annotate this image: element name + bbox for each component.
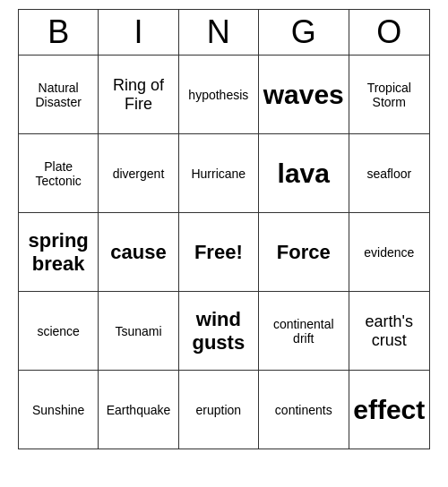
bingo-cell: Earthquake <box>99 371 178 449</box>
bingo-cell: divergent <box>99 134 178 213</box>
table-row: Natural DisasterRing of Firehypothesiswa… <box>19 56 430 134</box>
bingo-grid: BINGO Natural DisasterRing of Firehypoth… <box>18 9 430 449</box>
bingo-cell: Tsunami <box>99 292 178 371</box>
bingo-cell: Hurricane <box>178 134 258 213</box>
table-row: spring breakcauseFree!Forceevidence <box>19 213 430 292</box>
header-letter: B <box>19 10 99 56</box>
header-letter: G <box>258 10 349 56</box>
bingo-cell: science <box>19 292 99 371</box>
bingo-cell: Natural Disaster <box>19 56 99 134</box>
bingo-cell: Free! <box>178 213 258 292</box>
bingo-cell: Plate Tectonic <box>19 134 99 213</box>
bingo-cell: cause <box>99 213 178 292</box>
bingo-cell: spring break <box>19 213 99 292</box>
bingo-cell: Tropical Storm <box>349 56 429 134</box>
bingo-cell: Sunshine <box>19 371 99 449</box>
bingo-cell: wind gusts <box>178 292 258 371</box>
header-letter: I <box>99 10 178 56</box>
bingo-cell: waves <box>258 56 349 134</box>
bingo-cell: continental drift <box>258 292 349 371</box>
table-row: scienceTsunamiwind gustscontinental drif… <box>19 292 430 371</box>
bingo-cell: evidence <box>349 213 429 292</box>
bingo-cell: Ring of Fire <box>99 56 178 134</box>
bingo-cell: seafloor <box>349 134 429 213</box>
bingo-cell: eruption <box>178 371 258 449</box>
bingo-cell: Force <box>258 213 349 292</box>
bingo-cell: effect <box>349 371 429 449</box>
bingo-cell: hypothesis <box>178 56 258 134</box>
bingo-cell: continents <box>258 371 349 449</box>
header-letter: O <box>349 10 429 56</box>
table-row: SunshineEarthquakeeruptioncontinentseffe… <box>19 371 430 449</box>
header-letter: N <box>178 10 258 56</box>
bingo-cell: earth's crust <box>349 292 429 371</box>
table-row: Plate TectonicdivergentHurricanelavaseaf… <box>19 134 430 213</box>
bingo-cell: lava <box>258 134 349 213</box>
